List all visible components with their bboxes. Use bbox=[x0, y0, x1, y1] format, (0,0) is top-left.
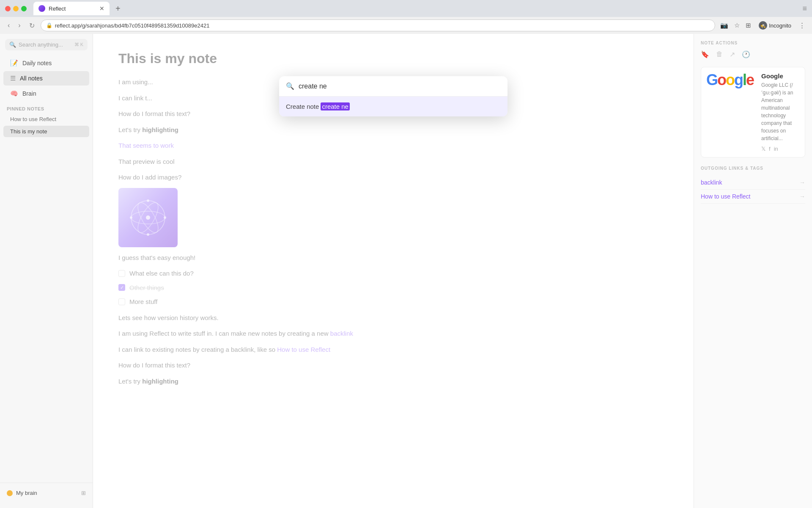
new-tab-button[interactable]: + bbox=[113, 4, 123, 14]
nav-bar: ‹ › ↻ 🔒 reflect.app/g/sarahjonas/bd4fb7c… bbox=[0, 17, 812, 34]
tab-title: Reflect bbox=[49, 6, 66, 12]
action-export-icon[interactable]: ↗ bbox=[730, 50, 735, 58]
linkedin-icon[interactable]: in bbox=[774, 146, 778, 152]
window-controls bbox=[5, 6, 27, 11]
search-modal-input[interactable] bbox=[299, 83, 501, 90]
browser-menu-icon[interactable]: ≡ bbox=[802, 4, 807, 13]
sidebar-item-brain[interactable]: 🧠 Brain bbox=[3, 86, 89, 101]
my-brain-label: My brain bbox=[16, 490, 78, 496]
outgoing-arrow-2: → bbox=[799, 193, 805, 200]
outgoing-arrow-1: → bbox=[799, 179, 805, 186]
pinned-section-title: PINNED NOTES bbox=[0, 101, 93, 113]
google-card-title: Google bbox=[761, 72, 800, 80]
brain-icon: 🧠 bbox=[10, 90, 18, 97]
all-notes-icon: ☰ bbox=[10, 75, 16, 82]
google-social-icons: 𝕏 f in bbox=[761, 146, 800, 152]
search-modal-icon: 🔍 bbox=[286, 82, 294, 90]
daily-notes-icon: 📝 bbox=[10, 59, 18, 67]
camera-icon[interactable]: 📷 bbox=[719, 20, 730, 31]
browser-menu-dots[interactable]: ⋮ bbox=[797, 20, 807, 31]
search-input-row: 🔍 bbox=[279, 76, 508, 97]
action-bookmark-icon[interactable]: 🔖 bbox=[701, 50, 709, 58]
tab-grid-icon[interactable]: ⊞ bbox=[744, 20, 753, 31]
google-logo: Google bbox=[706, 72, 754, 88]
google-logo-area: Google Google Google LLC (/ˈɡuːɡəl/) is … bbox=[706, 72, 800, 152]
result-highlight: create ne bbox=[321, 102, 350, 110]
forward-button[interactable]: › bbox=[16, 20, 23, 31]
star-icon[interactable]: ☆ bbox=[732, 20, 741, 31]
minimize-window-dot[interactable] bbox=[13, 6, 19, 11]
maximize-window-dot[interactable] bbox=[21, 6, 27, 11]
outgoing-link-how-to-use-label: How to use Reflect bbox=[701, 193, 751, 200]
all-notes-label: All notes bbox=[20, 75, 43, 82]
outgoing-title: OUTGOING LINKS & TAGS bbox=[701, 166, 805, 171]
pinned-note-this-is-my-note[interactable]: This is my note bbox=[3, 126, 89, 137]
note-actions-title: NOTE ACTIONS bbox=[701, 41, 805, 45]
active-tab[interactable]: Reflect ✕ bbox=[33, 2, 110, 15]
sidebar-item-daily-notes[interactable]: 📝 Daily notes bbox=[3, 56, 89, 70]
search-bar[interactable]: 🔍 Search anything... ⌘ K bbox=[5, 39, 88, 50]
outgoing-link-backlink-label: backlink bbox=[701, 179, 722, 186]
my-brain-item[interactable]: My brain ⊞ bbox=[3, 486, 89, 500]
brain-settings-icon[interactable]: ⊞ bbox=[81, 490, 86, 496]
incognito-button[interactable]: 🕵 Incognito bbox=[755, 20, 795, 30]
address-bar[interactable]: 🔒 reflect.app/g/sarahjonas/bd4fb7c0510f4… bbox=[41, 19, 716, 31]
sidebar-item-all-notes[interactable]: ☰ All notes bbox=[3, 71, 89, 86]
back-button[interactable]: ‹ bbox=[5, 20, 12, 31]
main-content: This is my note I am using... I can link… bbox=[93, 34, 694, 508]
pinned-note-how-to-use-label: How to use Reflect bbox=[10, 116, 56, 122]
google-preview-card: Google Google Google LLC (/ˈɡuːɡəl/) is … bbox=[701, 67, 805, 157]
sidebar: 🔍 Search anything... ⌘ K 📝 Daily notes ☰… bbox=[0, 34, 93, 508]
result-prefix: Create note bbox=[286, 103, 319, 110]
tab-close-button[interactable]: ✕ bbox=[99, 5, 104, 12]
pinned-note-this-is-my-note-label: This is my note bbox=[10, 128, 47, 135]
daily-notes-label: Daily notes bbox=[22, 60, 52, 66]
note-actions-row: 🔖 🗑 ↗ 🕐 bbox=[701, 50, 805, 58]
reload-button[interactable]: ↻ bbox=[27, 20, 37, 31]
search-result-create-note[interactable]: Create note create ne bbox=[279, 97, 508, 116]
twitter-icon[interactable]: 𝕏 bbox=[761, 146, 765, 152]
address-url: reflect.app/g/sarahjonas/bd4fb7c0510f489… bbox=[55, 22, 210, 29]
search-placeholder: Search anything... bbox=[19, 41, 72, 48]
search-shortcut: ⌘ K bbox=[74, 42, 83, 47]
pinned-note-how-to-use[interactable]: How to use Reflect bbox=[3, 113, 89, 125]
action-trash-icon[interactable]: 🗑 bbox=[716, 50, 723, 58]
close-window-dot[interactable] bbox=[5, 6, 11, 11]
browser-chrome: Reflect ✕ + ≡ ‹ › ↻ 🔒 reflect.app/g/sara… bbox=[0, 0, 812, 34]
outgoing-link-how-to-use[interactable]: How to use Reflect → bbox=[701, 190, 805, 204]
action-history-icon[interactable]: 🕐 bbox=[742, 50, 750, 58]
search-modal: 🔍 Create note create ne bbox=[279, 76, 508, 116]
app: 🔍 Search anything... ⌘ K 📝 Daily notes ☰… bbox=[0, 34, 812, 508]
facebook-icon[interactable]: f bbox=[769, 146, 771, 152]
brain-label: Brain bbox=[22, 90, 36, 97]
incognito-avatar-icon: 🕵 bbox=[759, 21, 767, 30]
tab-favicon bbox=[38, 5, 45, 12]
incognito-label: Incognito bbox=[769, 22, 791, 29]
outgoing-link-backlink[interactable]: backlink → bbox=[701, 176, 805, 190]
google-card-description: Google LLC (/ˈɡuːɡəl/) is an American mu… bbox=[761, 81, 800, 142]
right-panel: NOTE ACTIONS 🔖 🗑 ↗ 🕐 Google Google Googl… bbox=[694, 34, 812, 508]
tab-bar: Reflect ✕ + ≡ bbox=[0, 0, 812, 17]
nav-right: 📷 ☆ ⊞ 🕵 Incognito ⋮ bbox=[719, 20, 807, 31]
sidebar-bottom: My brain ⊞ bbox=[0, 483, 93, 503]
search-icon: 🔍 bbox=[9, 41, 16, 48]
lock-icon: 🔒 bbox=[46, 22, 52, 28]
brain-status-dot bbox=[7, 490, 13, 496]
